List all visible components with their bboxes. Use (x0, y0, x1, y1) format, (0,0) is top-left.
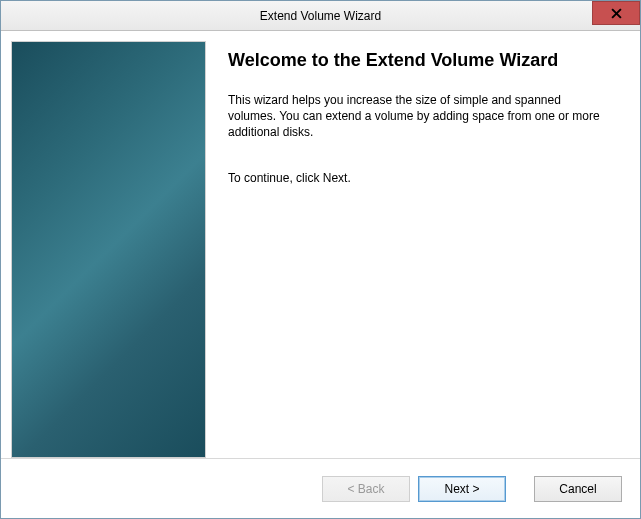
wizard-footer: < Back Next > Cancel (1, 458, 640, 518)
close-icon (611, 8, 622, 19)
window-title: Extend Volume Wizard (1, 9, 640, 23)
content-area: Welcome to the Extend Volume Wizard This… (1, 31, 640, 458)
back-button: < Back (322, 476, 410, 502)
next-button[interactable]: Next > (418, 476, 506, 502)
wizard-window: Extend Volume Wizard Welcome to the Exte… (0, 0, 641, 519)
wizard-description: This wizard helps you increase the size … (228, 92, 612, 141)
wizard-main-panel: Welcome to the Extend Volume Wizard This… (206, 31, 640, 458)
cancel-button[interactable]: Cancel (534, 476, 622, 502)
wizard-continue-hint: To continue, click Next. (228, 170, 612, 186)
close-button[interactable] (592, 1, 640, 25)
wizard-side-banner (11, 41, 206, 458)
titlebar: Extend Volume Wizard (1, 1, 640, 31)
page-title: Welcome to the Extend Volume Wizard (228, 49, 612, 72)
